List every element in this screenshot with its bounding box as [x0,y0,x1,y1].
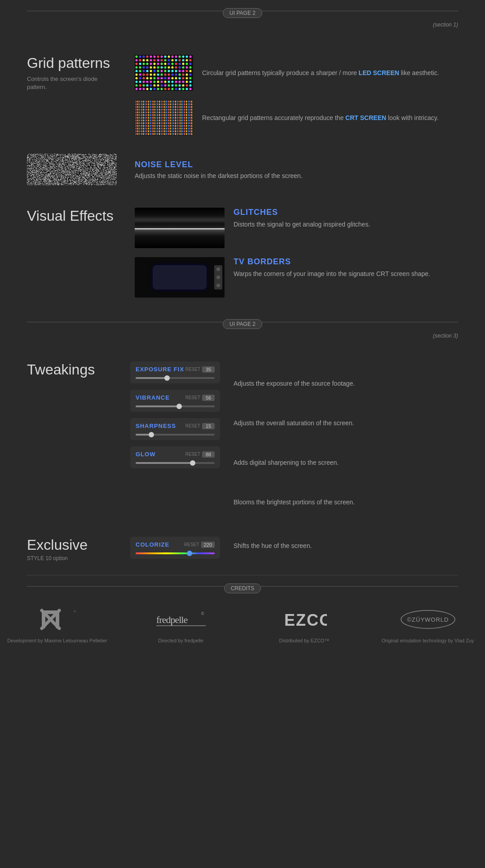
slider-reset-group: RESET 35 [185,366,215,373]
rect-desc-text: Rectangular grid patterns accurately rep… [202,114,345,121]
credits-logos: ™ Development by Maxime Letourneau Pelle… [0,597,485,653]
ezco-logo-svg: EZCO [282,606,327,633]
slider-header: EXPOSURE FIX RESET 35 [136,366,215,373]
noise-desc: Adjusts the static noise in the darkest … [135,172,458,179]
colorize-reset-label: RESET [184,542,199,547]
rect-grid-thumb [135,100,193,136]
grid-patterns-content: Circular grid patterns typically produce… [135,55,458,136]
colorize-thumb[interactable] [187,551,192,556]
slider-name: VIBRANCE [136,394,170,401]
glitch-visual [135,208,225,248]
noise-thumb [27,154,117,185]
svg-text:™: ™ [73,610,75,614]
fredpelle-logo-svg: fredpelle © [154,606,208,633]
slider-desc-text: Adds digital sharpening to the screen. [234,458,339,467]
credit-maxime: ™ Development by Maxime Letourneau Pelle… [0,606,115,644]
tv-border-visual [135,257,225,298]
slider-thumb[interactable] [190,460,195,466]
slider-name: EXPOSURE FIX [136,366,184,373]
slider-reset-group: RESET 88 [185,451,215,458]
circular-grid-item: Circular grid patterns typically produce… [135,55,458,91]
tv-borders-title: TV BORDERS [234,257,430,267]
slider-header: VIBRANCE RESET 56 [136,394,215,401]
circular-suffix: like aesthetic. [399,69,439,76]
slider-card-sharpness: SHARPNESS RESET 15 [130,418,220,440]
slider-reset-label: RESET [185,452,200,457]
slider-reset-label: RESET [185,395,200,400]
slider-track[interactable] [136,405,215,407]
visual-effects-title: Visual Effects [27,208,117,224]
svg-text:©: © [201,611,204,616]
slider-value: 35 [202,366,215,373]
glitches-title: GLITCHES [234,208,370,217]
colorize-reset-group: RESET 220 [184,542,215,548]
maxime-logo: ™ [40,606,75,633]
noise-section: NOISE LEVEL Adjusts the static noise in … [0,145,485,199]
crt-screen-highlight: CRT SCREEN [345,114,386,121]
credit-fredpelle: fredpelle © Directed by fredpelle [123,606,238,644]
svg-text:fredpelle: fredpelle [156,614,187,625]
circular-desc-text: Circular grid patterns typically produce… [202,69,359,76]
credit-zuyworld: ©ZÜYWORLD Original emulation technology … [370,606,485,644]
glitches-desc: GLITCHES Distorts the signal to get anal… [234,208,370,229]
exclusive-desc: Shifts the hue of the screen. [234,537,458,549]
slider-desc-0: Adjusts the exposure of the source foota… [234,367,458,400]
visual-effects-section: Visual Effects GLITCHES Distorts the sig… [0,199,485,311]
tv-knob-1 [216,267,220,271]
tv-knob-3 [216,284,220,287]
glitches-text: Distorts the signal to get analog inspir… [234,220,370,229]
divider-label-2: UI PAGE 2 [223,319,262,329]
colorize-name: COLORIZE [136,541,169,548]
slider-reset-label: RESET [185,367,200,372]
rect-suffix: look with intricacy. [386,114,438,121]
maxime-logo-svg: ™ [40,606,75,633]
tweakings-title: Tweakings [27,361,117,378]
exclusive-title: Exclusive [27,537,117,553]
section-divider-2: UI PAGE 2 [0,311,485,333]
rect-grid-item: Rectangular grid patterns accurately rep… [135,100,458,136]
colorize-track[interactable] [136,552,215,554]
slider-desc-text: Adjusts the exposure of the source foota… [234,379,355,388]
slider-track[interactable] [136,462,215,464]
slider-fill [136,405,179,407]
slider-value: 15 [202,423,215,429]
slider-track[interactable] [136,377,215,379]
tv-borders-desc: TV BORDERS Warps the corners of your ima… [234,257,430,279]
slider-header: GLOW RESET 88 [136,451,215,458]
zuyworld-credit-label: Original emulation technology by Vlad Zu… [381,637,474,644]
slider-reset-label: RESET [185,423,200,428]
slider-thumb[interactable] [149,432,154,437]
svg-text:©ZÜYWORLD: ©ZÜYWORLD [407,616,449,623]
noise-content: NOISE LEVEL Adjusts the static noise in … [135,160,458,179]
slider-card-glow: GLOW RESET 88 [130,446,220,468]
tweakings-title-block: Tweakings [27,361,117,382]
exclusive-subtitle: STYLE 10 option [27,555,117,561]
section-note-1: (section 1) [0,22,485,28]
slider-thumb[interactable] [164,375,170,381]
tv-screen-inner [153,265,207,289]
slider-name: SHARPNESS [136,423,176,429]
glitches-item: GLITCHES Distorts the signal to get anal… [135,208,458,248]
zuyworld-logo: ©ZÜYWORLD [399,606,457,633]
fredpelle-logo: fredpelle © [154,606,208,633]
slider-reset-group: RESET 56 [185,395,215,401]
slider-name: GLOW [136,451,155,458]
tv-borders-text: Warps the corners of your image into the… [234,269,430,279]
colorize-value: 220 [201,542,215,548]
zuyworld-logo-svg: ©ZÜYWORLD [399,608,457,631]
credits-divider-label: CREDITS [224,583,261,593]
tv-borders-thumb [135,257,225,298]
section-note-2: (section 3) [0,333,485,339]
slider-track[interactable] [136,434,215,436]
tv-borders-item: TV BORDERS Warps the corners of your ima… [135,257,458,298]
sliders-desc-column: Adjusts the exposure of the source foota… [234,361,458,519]
grid-patterns-section: Grid patterns Controls the screen's diod… [0,41,485,145]
credit-ezco: EZCO Distributed by EZCO™ [247,606,362,644]
slider-desc-2: Adds digital sharpening to the screen. [234,446,458,479]
ezco-logo: EZCO [282,606,327,633]
slider-desc-text: Adjusts the overall saturation of the sc… [234,418,354,428]
slider-fill [136,462,193,464]
glitches-thumb [135,208,225,248]
slider-value: 56 [202,395,215,401]
slider-thumb[interactable] [176,404,182,409]
